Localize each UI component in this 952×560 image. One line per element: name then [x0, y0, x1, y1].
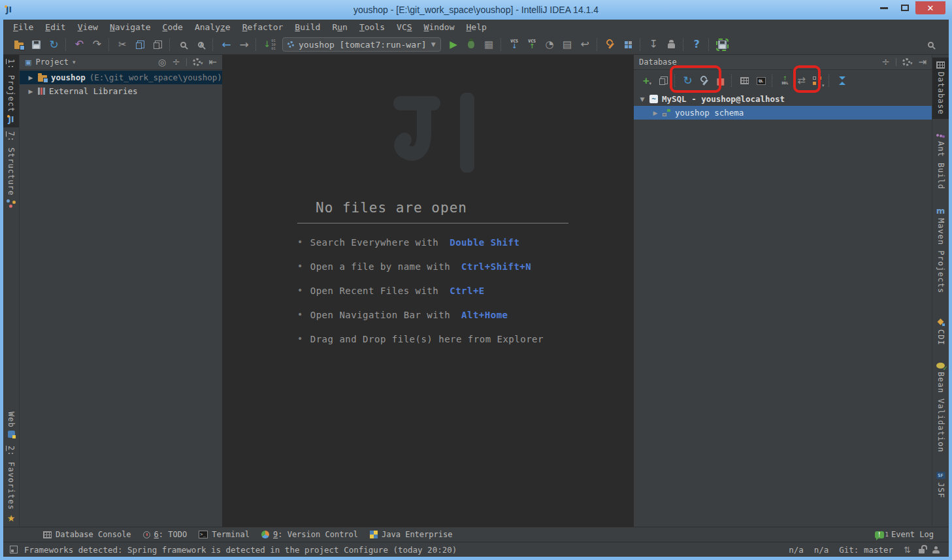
- tree-row-youshop[interactable]: ▶youshop(E:\git_work_space\youshop): [20, 71, 222, 84]
- expand-arrow-icon[interactable]: ▶: [27, 74, 34, 81]
- hide-panel-icon[interactable]: ⇥: [918, 58, 927, 67]
- save-all-button[interactable]: [27, 37, 45, 53]
- stop-console-button[interactable]: ■: [712, 73, 729, 88]
- status-configure-link[interactable]: Configure: [344, 545, 388, 555]
- minimize-button[interactable]: [874, 1, 895, 14]
- locate-icon[interactable]: ◎: [158, 58, 166, 67]
- toolwindow-event-log[interactable]: !1Event Log: [869, 529, 940, 540]
- toolwindow-todo[interactable]: 6: TODO: [137, 529, 193, 540]
- tree-row-youshop-schema[interactable]: ▶youshop schema: [634, 106, 932, 120]
- back-button[interactable]: ←: [218, 37, 235, 53]
- vcs-update-button[interactable]: VCS↓: [506, 37, 523, 53]
- rollback-button[interactable]: ↩: [576, 37, 594, 53]
- status-encoding[interactable]: n/a: [814, 545, 829, 555]
- synchronize-button[interactable]: ↻: [45, 37, 63, 53]
- sql-console-button[interactable]: QL: [753, 73, 769, 88]
- copy-button[interactable]: [131, 37, 149, 53]
- right-tool-stripe: DatabaseAnt BuildmMaven ProjectsCDI✓Bean…: [932, 55, 949, 527]
- tree-row-mysql-youshop-localhost[interactable]: ▼~MySQL - youshop@localhost: [634, 92, 932, 106]
- maximize-button[interactable]: [895, 1, 915, 14]
- sync-data-source-button[interactable]: ↻: [680, 73, 696, 88]
- status-git-branch[interactable]: Git: master: [839, 545, 893, 555]
- save-and-sync-button[interactable]: [714, 37, 731, 53]
- menu-item-analyze[interactable]: Analyze: [189, 21, 237, 33]
- expand-arrow-icon[interactable]: ▶: [652, 110, 659, 116]
- menu-item-help[interactable]: Help: [461, 21, 493, 33]
- menu-item-run[interactable]: Run: [326, 21, 353, 33]
- replace-button[interactable]: A: [192, 37, 210, 53]
- hector-inspections-icon[interactable]: [932, 546, 940, 553]
- tool-button-project[interactable]: 1: ProjectJI: [3, 55, 19, 127]
- title-bar: JI youshop - [E:\git_work_space\youshop]…: [0, 0, 952, 20]
- open-button[interactable]: [10, 37, 27, 53]
- run-button[interactable]: ▶: [445, 37, 463, 53]
- add-data-source-button[interactable]: +▾: [639, 73, 655, 88]
- help-button[interactable]: ?: [688, 37, 706, 53]
- vcs-commit-button[interactable]: VCS↑: [523, 37, 541, 53]
- diagram-button[interactable]: ▾: [810, 73, 826, 88]
- toolwindow-terminal[interactable]: >_Terminal: [193, 529, 255, 540]
- menu-item-refactor[interactable]: Refactor: [237, 21, 289, 33]
- tool-button-maven-projects[interactable]: mMaven Projects: [932, 203, 949, 297]
- redo-button[interactable]: ↷: [88, 37, 106, 53]
- menu-item-window[interactable]: Window: [418, 21, 461, 33]
- paste-button[interactable]: [149, 37, 167, 53]
- hide-panel-icon[interactable]: ⇤: [208, 58, 217, 67]
- tool-button-database[interactable]: Database: [932, 58, 949, 119]
- expand-arrow-icon[interactable]: ▶: [27, 88, 34, 95]
- panel-settings-icon[interactable]: ▾: [193, 58, 203, 66]
- table-editor-button[interactable]: [736, 73, 753, 88]
- settings-button[interactable]: [602, 37, 619, 53]
- toolwindow-switcher-icon[interactable]: [10, 546, 18, 553]
- toolwindow-version-control[interactable]: 9: Version Control: [255, 529, 364, 540]
- tool-button-ant-build[interactable]: Ant Build: [932, 129, 949, 193]
- tool-button-bean-validation[interactable]: ✓Bean Validation: [932, 359, 949, 456]
- debug-button[interactable]: [463, 37, 480, 53]
- run-config-gear-icon: [287, 41, 294, 48]
- tree-row-external-libraries[interactable]: ▶External Libraries: [20, 84, 222, 98]
- run-configuration-combo[interactable]: youshop [tomcat7:run-war]▼: [282, 37, 441, 52]
- menu-item-edit[interactable]: Edit: [39, 21, 71, 33]
- menu-item-view[interactable]: View: [72, 21, 104, 33]
- compare-button[interactable]: ⇄: [793, 73, 810, 88]
- generate-ddl-button[interactable]: ↑DDL: [777, 73, 793, 88]
- toolwindow-database-console[interactable]: Database Console: [37, 529, 137, 540]
- coverage-button[interactable]: ▦: [480, 37, 498, 53]
- menu-item-file[interactable]: File: [7, 21, 39, 33]
- tool-button-jsf[interactable]: SFJSF: [932, 468, 949, 502]
- close-button[interactable]: ✕: [915, 1, 945, 14]
- chevron-down-icon[interactable]: ▾: [73, 59, 76, 65]
- android-button[interactable]: [663, 37, 680, 53]
- unlock-icon[interactable]: [919, 546, 925, 553]
- collapse-all-icon[interactable]: ÷: [172, 58, 180, 67]
- panel-settings-icon[interactable]: ▾: [902, 58, 913, 66]
- resize-corner-icon[interactable]: ⇅: [904, 546, 911, 554]
- cut-button[interactable]: ✂: [114, 37, 131, 53]
- search-everywhere-button[interactable]: [922, 37, 940, 53]
- data-source-properties-button[interactable]: [696, 73, 712, 88]
- changes-button[interactable]: ▤: [559, 37, 576, 53]
- menu-item-build[interactable]: Build: [289, 21, 326, 33]
- tool-button-structure[interactable]: 7: Structure: [3, 127, 19, 212]
- history-button[interactable]: ◔: [541, 37, 559, 53]
- toolwindow-java-enterprise[interactable]: Java Enterprise: [364, 529, 458, 540]
- status-position[interactable]: n/a: [789, 545, 804, 555]
- find-button[interactable]: [174, 37, 192, 53]
- toolwindow-button-label: Java Enterprise: [382, 530, 452, 539]
- menu-item-navigate[interactable]: Navigate: [104, 21, 157, 33]
- project-structure-button[interactable]: [619, 37, 637, 53]
- menu-item-tools[interactable]: Tools: [353, 21, 391, 33]
- export-bytecode-button[interactable]: ↓01 10 01: [261, 37, 278, 53]
- duplicate-button[interactable]: [655, 73, 672, 88]
- collapse-all-icon[interactable]: ÷: [881, 58, 890, 67]
- tool-button-web[interactable]: Web: [3, 408, 19, 442]
- collapse-arrow-icon[interactable]: ▼: [639, 96, 646, 103]
- forward-button[interactable]: →: [235, 37, 253, 53]
- tool-button-favorites[interactable]: 2: Favorites★: [3, 442, 19, 527]
- tool-button-cdi[interactable]: CDI: [932, 314, 949, 350]
- menu-item-vcs[interactable]: VCS: [391, 21, 418, 33]
- undo-button[interactable]: ↶: [71, 37, 88, 53]
- install-plugin-button[interactable]: ↧: [645, 37, 663, 53]
- collapse-expand-button[interactable]: [834, 73, 850, 88]
- menu-item-code[interactable]: Code: [157, 21, 189, 33]
